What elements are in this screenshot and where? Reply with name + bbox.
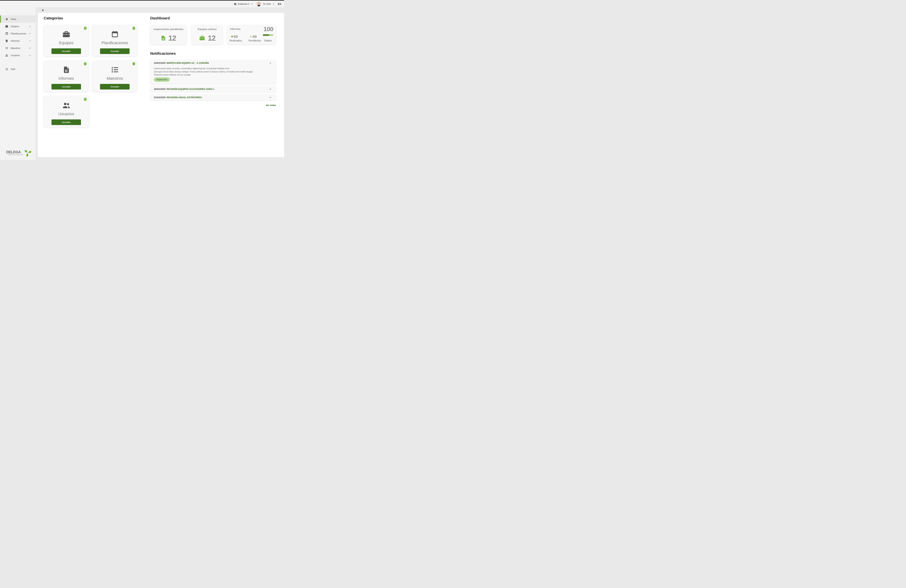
- total-label: Totales: [264, 39, 272, 42]
- user-avatar[interactable]: [257, 2, 261, 6]
- sidebar-item-label: Informes: [11, 40, 20, 42]
- toolbox-icon: [5, 25, 8, 28]
- sidebar: Inicio Equipos Planificaciones Inf: [0, 0, 35, 160]
- active-indicator: [0, 15, 1, 23]
- notification-body: Lorem ipsum dolor sit amet, consectetur …: [154, 67, 253, 76]
- done-label: Realizados: [230, 39, 242, 42]
- category-card-label: Maestros: [92, 76, 137, 81]
- stat-label: Inspecciones pendientes: [150, 27, 187, 30]
- notification-item[interactable]: 01/03/2025 REVISIÓN ANUAL EXTINTORES: [150, 94, 276, 100]
- sidebar-item-maestros[interactable]: Maestros: [0, 45, 35, 52]
- language-selector[interactable]: ES: [278, 3, 281, 5]
- user-menu[interactable]: hr-User: [263, 3, 274, 5]
- notifications-title: Notificaciones: [150, 51, 176, 56]
- chevron-up-icon[interactable]: [269, 62, 272, 64]
- info-icon[interactable]: i: [84, 27, 87, 30]
- chevron-down-icon: [29, 32, 31, 35]
- document-icon: [44, 65, 89, 74]
- view-all-link[interactable]: Ver todas: [150, 104, 276, 107]
- document-icon: [161, 35, 166, 41]
- sidebar-item-label: Inicio: [11, 18, 16, 21]
- done-dot: [231, 36, 233, 38]
- sidebar-item-usuarios[interactable]: Usuarios: [0, 52, 35, 59]
- acceder-button[interactable]: Acceder: [51, 48, 81, 54]
- notification-tag: Inspección: [154, 77, 170, 82]
- stat-value: 12: [168, 34, 176, 42]
- notification-date: 26/02/2025: [154, 88, 166, 91]
- notification-item-expanded[interactable]: 24/02/2025 INSPECCIÓN EQUIPO AC - A CORU…: [150, 60, 276, 84]
- pending-dot: [250, 36, 252, 38]
- company-name: Empresa 1: [238, 3, 249, 5]
- category-card-label: Planificaciones: [92, 41, 137, 45]
- chevron-down-icon: [272, 3, 274, 5]
- info-icon[interactable]: i: [132, 27, 135, 30]
- stat-card-equipos-activos: Equipos activos 12: [191, 25, 223, 45]
- sidebar-item-inicio[interactable]: Inicio: [0, 15, 35, 23]
- notification-title: REVISIÓN ANUAL EXTINTORES: [166, 96, 202, 99]
- stat-value: 12: [208, 34, 215, 42]
- acceder-button[interactable]: Acceder: [51, 84, 81, 89]
- sidebar-item-label: Salir: [11, 68, 15, 70]
- sidebar-item-informes[interactable]: Informes: [0, 37, 35, 45]
- notification-body-line: Praesent auctor efficitur est eu suscipi…: [154, 73, 253, 76]
- sidebar-item-salir[interactable]: Salir: [0, 65, 35, 73]
- company-selector[interactable]: Empresa 1: [234, 3, 253, 5]
- toolbox-icon: [44, 30, 89, 38]
- users-icon: [5, 54, 8, 57]
- acceder-button[interactable]: Acceder: [100, 84, 129, 89]
- home-icon: [5, 18, 8, 21]
- topbar: Empresa 1 hr-User ES: [0, 0, 284, 7]
- acceder-button[interactable]: Acceder: [51, 120, 81, 125]
- done-value: 60: [234, 34, 238, 39]
- stat-label: Equipos activos: [191, 27, 223, 30]
- info-icon[interactable]: i: [132, 62, 135, 65]
- category-card-maestros: i Maestros Acceder: [92, 61, 137, 92]
- category-card-informes: i Informes Acceder: [44, 61, 89, 92]
- category-card-equipos: i Equipos Acceder: [44, 25, 89, 56]
- users-icon: [44, 101, 89, 110]
- list-icon: [92, 65, 137, 74]
- breadcrumb: [35, 7, 284, 13]
- logo-tagline: TÉCNICA & GESTIÓN: [6, 154, 23, 155]
- sidebar-item-label: Equipos: [11, 25, 19, 28]
- home-icon[interactable]: [41, 9, 44, 11]
- notification-body-line: Sed quis orci id tellus tempus tempor. F…: [154, 70, 253, 73]
- notification-item[interactable]: 26/02/2025 REVISIÓN EQUIPOS ELEVADORES Z…: [150, 86, 276, 92]
- toolbox-icon: [199, 35, 206, 41]
- power-icon: [5, 67, 8, 71]
- notification-body-line: Lorem ipsum dolor sit amet, consectetur …: [154, 67, 253, 70]
- calendar-icon: [5, 32, 8, 35]
- sidebar-item-label: Planificaciones: [11, 32, 26, 35]
- document-icon: [5, 39, 8, 42]
- chevron-down-icon[interactable]: [269, 88, 272, 91]
- acceder-button[interactable]: Acceder: [100, 48, 129, 54]
- notification-title: REVISIÓN EQUIPOS ELEVADORES ZONA 1: [166, 88, 215, 91]
- chevron-down-icon: [29, 25, 31, 27]
- dashboard-title: Dashboard: [150, 16, 170, 20]
- category-card-planificaciones: i Planificaciones Acceder: [92, 25, 137, 56]
- user-name: hr-User: [263, 3, 271, 5]
- main-content: Categorías i Equipos Acceder i Planifica…: [38, 13, 284, 157]
- info-icon[interactable]: i: [84, 98, 87, 101]
- category-card-label: Equipos: [44, 41, 89, 45]
- building-icon: [234, 3, 237, 5]
- stat-total-value: 100: [263, 25, 273, 33]
- info-icon[interactable]: i: [84, 62, 87, 65]
- chevron-down-icon: [29, 54, 31, 57]
- notification-title: INSPECCIÓN EQUIPO AC - A CORUÑA: [166, 62, 209, 64]
- sidebar-item-label: Maestros: [11, 47, 20, 49]
- sidebar-item-planificaciones[interactable]: Planificaciones: [0, 30, 35, 37]
- chevron-down-icon[interactable]: [269, 96, 272, 99]
- progress-bar-fill: [263, 34, 269, 36]
- categories-title: Categorías: [44, 16, 63, 20]
- chevron-down-icon: [29, 47, 31, 49]
- logo-name: DELEGA: [6, 150, 23, 154]
- category-card-usuarios: i Usuarios Acceder: [44, 96, 89, 127]
- progress-bar: [263, 34, 273, 36]
- calendar-icon: [92, 30, 137, 38]
- sidebar-item-equipos[interactable]: Equipos: [0, 23, 35, 30]
- sidebar-nav: Inicio Equipos Planificaciones Inf: [0, 15, 35, 73]
- category-card-label: Usuarios: [44, 112, 89, 116]
- window-top-strip: [0, 0, 284, 0]
- category-card-label: Informes: [44, 76, 89, 81]
